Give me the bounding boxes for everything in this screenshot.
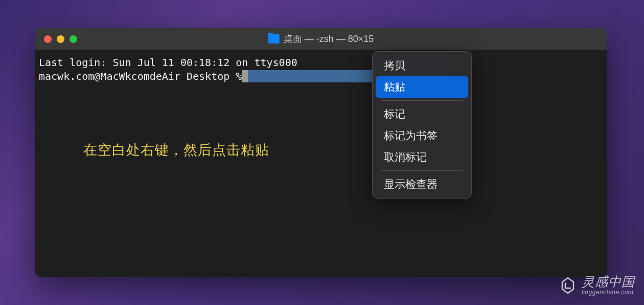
folder-icon <box>268 34 280 43</box>
menu-separator <box>381 170 463 171</box>
instruction-annotation: 在空白处右键，然后点击粘贴 <box>83 141 269 159</box>
menu-separator <box>381 100 463 101</box>
menu-item-unmark[interactable]: 取消标记 <box>376 146 468 168</box>
prompt-line: macwk.com@MacWkcomdeAir Desktop % <box>39 70 603 83</box>
maximize-button[interactable] <box>70 35 77 43</box>
close-button[interactable] <box>44 35 52 43</box>
menu-item-inspector[interactable]: 显示检查器 <box>376 173 468 195</box>
window-title: 桌面 — -zsh — 80×15 <box>268 33 374 45</box>
menu-item-copy[interactable]: 拷贝 <box>376 55 468 76</box>
context-menu: 拷贝 粘贴 标记 标记为书签 取消标记 显示检查器 <box>372 51 472 199</box>
window-controls <box>44 35 77 43</box>
minimize-button[interactable] <box>57 35 64 43</box>
menu-item-paste[interactable]: 粘贴 <box>376 76 468 98</box>
terminal-window: 桌面 — -zsh — 80×15 Last login: Sun Jul 11… <box>35 28 607 277</box>
terminal-body[interactable]: Last login: Sun Jul 11 00:18:12 on ttys0… <box>35 50 607 277</box>
title-text: 桌面 — -zsh — 80×15 <box>284 33 374 45</box>
cursor <box>242 70 248 82</box>
watermark-main-text: 灵感中国 <box>582 275 635 289</box>
watermark: 灵感中国 lingganchina.com <box>558 275 635 296</box>
watermark-sub-text: lingganchina.com <box>582 289 635 296</box>
last-login-line: Last login: Sun Jul 11 00:18:12 on ttys0… <box>39 56 603 70</box>
menu-item-mark[interactable]: 标记 <box>376 103 468 125</box>
watermark-text: 灵感中国 lingganchina.com <box>582 275 635 296</box>
prompt-text: macwk.com@MacWkcomdeAir Desktop % <box>39 70 242 83</box>
title-bar: 桌面 — -zsh — 80×15 <box>35 28 607 50</box>
watermark-logo-icon <box>558 276 578 295</box>
menu-item-bookmark[interactable]: 标记为书签 <box>376 125 468 146</box>
